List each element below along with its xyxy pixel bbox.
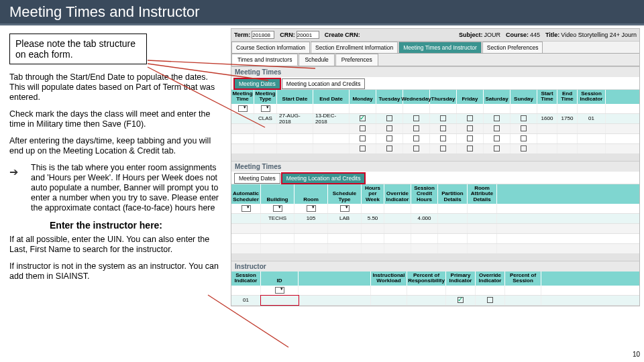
- inner-tab-meeting-dates-2[interactable]: Meeting Dates: [234, 173, 280, 184]
- tuesday-checkbox[interactable]: [386, 115, 392, 121]
- paragraph-4: If at all possible, enter the UIN. You c…: [9, 235, 224, 255]
- inner-tab-meeting-location-2[interactable]: Meeting Location and Credits: [282, 173, 366, 184]
- tab-preferences[interactable]: Preferences: [335, 54, 378, 66]
- wednesday-checkbox[interactable]: [413, 115, 419, 121]
- inner-tab-meeting-dates[interactable]: Meeting Dates: [234, 78, 280, 89]
- auto-sched-dropdown[interactable]: [241, 205, 251, 212]
- instructor-id-cell[interactable]: [261, 296, 299, 305]
- tab-times-instructors[interactable]: Times and Instructors: [231, 54, 298, 66]
- tab-section-enrollment[interactable]: Section Enrollment Information: [311, 42, 398, 53]
- meeting-times-section-1: Meeting Times Meeting Dates Meeting Loca…: [231, 66, 639, 154]
- inner-tab-meeting-location-1[interactable]: Meeting Location and Credits: [282, 78, 366, 89]
- crn-input[interactable]: [297, 31, 319, 39]
- paragraph-1: Tab through the Start/End Date to popula…: [9, 72, 224, 103]
- monday-checkbox[interactable]: [360, 115, 366, 121]
- thursday-checkbox[interactable]: [440, 115, 446, 121]
- building-dropdown[interactable]: [273, 205, 282, 212]
- tab-structure-note: Please note the tab structure on each fo…: [9, 34, 147, 64]
- slide-title: Meeting Times and Instructor: [9, 3, 200, 21]
- meeting-location-grid: Automatic Scheduler Building Room Schedu…: [231, 184, 639, 254]
- meeting-times-section-2: Meeting Times Meeting Dates Meeting Loca…: [231, 161, 639, 254]
- secondary-tabs: Times and Instructors Schedule Preferenc…: [231, 54, 639, 66]
- page-number: 10: [633, 351, 640, 358]
- bullet-item: ➔ This is the tab where you enter room a…: [9, 163, 224, 213]
- enter-instructor-label: Enter the instructor here:: [50, 220, 224, 231]
- instructor-section: Instructor Session Indicator ID Instruct…: [231, 261, 639, 306]
- schedule-type-dropdown[interactable]: [340, 205, 350, 212]
- annotation-column: Please note the tab structure on each fo…: [9, 34, 224, 288]
- paragraph-5: If instructor is not in the system as an…: [9, 261, 224, 282]
- instructor-name-cell[interactable]: [299, 296, 371, 305]
- paragraph-2: Check mark the days the class will meet …: [9, 109, 224, 129]
- room-dropdown[interactable]: [307, 205, 316, 212]
- slide-title-bar: Meeting Times and Instructor: [0, 0, 644, 25]
- meeting-time-dropdown[interactable]: [238, 105, 248, 112]
- tab-course-section[interactable]: Course Section Information: [231, 42, 310, 53]
- instructor-id-dropdown[interactable]: [275, 287, 284, 294]
- arrow-right-icon: ➔: [9, 163, 31, 178]
- term-input[interactable]: [252, 31, 274, 39]
- saturday-checkbox[interactable]: [494, 115, 500, 121]
- instructor-grid: Session Indicator ID Instructional Workl…: [231, 272, 639, 306]
- sunday-checkbox[interactable]: [521, 115, 527, 121]
- meeting-type-dropdown[interactable]: [261, 105, 270, 112]
- tab-schedule[interactable]: Schedule: [299, 54, 334, 66]
- friday-checkbox[interactable]: [467, 115, 473, 121]
- header-fields: Term: CRN: Create CRN: Subject:JOUR Cour…: [231, 29, 639, 42]
- tab-meeting-times-instructor[interactable]: Meeting Times and Instructor: [398, 42, 482, 53]
- tab-section-preferences[interactable]: Section Preferences: [482, 42, 543, 53]
- banner-screenshot: Term: CRN: Create CRN: Subject:JOUR Cour…: [231, 28, 640, 306]
- primary-indicator-checkbox[interactable]: [458, 297, 464, 303]
- paragraph-3: After entering the days/time, keep tabbi…: [9, 136, 224, 156]
- primary-tabs: Course Section Information Section Enrol…: [231, 42, 639, 54]
- override-indicator-checkbox[interactable]: [487, 297, 493, 303]
- meeting-dates-grid: Meeting Time Meeting Type Start Date End…: [231, 90, 639, 154]
